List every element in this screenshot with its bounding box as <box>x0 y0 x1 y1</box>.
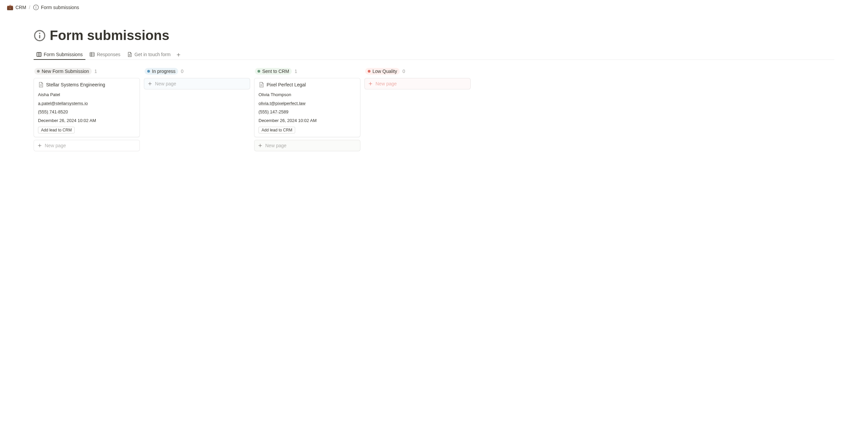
plus-icon <box>368 81 373 86</box>
tab-form-submissions[interactable]: Form Submissions <box>34 50 85 60</box>
breadcrumb-separator: / <box>29 5 30 10</box>
page-title: Form submissions <box>50 28 169 43</box>
page-icon <box>38 82 44 88</box>
card-title: Stellar Systems Engineering <box>46 82 105 87</box>
plus-icon <box>148 81 152 86</box>
column-count: 1 <box>94 69 97 74</box>
card-contact-name: Aisha Patel <box>38 90 135 99</box>
page-icon <box>127 52 132 57</box>
column-header: New Form Submission1 <box>34 67 140 78</box>
status-label: Sent to CRM <box>262 69 289 74</box>
breadcrumb-page[interactable]: Form submissions <box>33 4 79 10</box>
card-timestamp: December 26, 2024 10:02 AM <box>258 116 356 125</box>
new-page-label: New page <box>375 81 397 86</box>
svg-rect-2 <box>36 7 36 9</box>
status-dot-icon <box>257 70 260 73</box>
table-icon <box>89 52 95 57</box>
plus-icon <box>37 143 42 148</box>
new-page-button[interactable]: New page <box>34 140 140 151</box>
board-column: Sent to CRM1Pixel Perfect LegalOlivia Th… <box>254 67 361 151</box>
kanban-board: New Form Submission1Stellar Systems Engi… <box>34 64 834 151</box>
new-page-label: New page <box>45 143 66 148</box>
briefcase-icon: 💼 <box>7 4 13 10</box>
view-tabs: Form Submissions Responses Get in touch … <box>34 50 834 60</box>
card-contact-name: Olivia Thompson <box>258 90 356 99</box>
plus-icon <box>258 143 262 148</box>
tab-responses[interactable]: Responses <box>87 50 123 60</box>
card-title: Pixel Perfect Legal <box>267 82 306 87</box>
breadcrumb-root[interactable]: 💼 CRM <box>7 4 26 10</box>
board-column: Low Quality0New page <box>364 67 471 89</box>
board-column: New Form Submission1Stellar Systems Engi… <box>34 67 140 151</box>
new-page-button[interactable]: New page <box>254 140 361 151</box>
column-header: Sent to CRM1 <box>254 67 361 78</box>
info-icon <box>33 4 39 10</box>
column-count: 0 <box>402 69 405 74</box>
breadcrumb-root-label: CRM <box>16 5 26 10</box>
tab-label: Responses <box>97 52 120 57</box>
new-page-button[interactable]: New page <box>144 78 250 89</box>
card-email: olivia.t@pixelperfect.law <box>258 99 356 108</box>
status-label: New Form Submission <box>42 69 89 74</box>
card-phone: (555) 741-8520 <box>38 107 135 116</box>
new-page-label: New page <box>265 143 286 148</box>
svg-rect-5 <box>39 35 40 38</box>
tab-label: Form Submissions <box>44 52 83 57</box>
card-timestamp: December 26, 2024 10:02 AM <box>38 116 135 125</box>
board-column: In progress0New page <box>144 67 250 89</box>
column-header: Low Quality0 <box>364 67 471 78</box>
page-icon <box>258 82 265 88</box>
breadcrumb-page-label: Form submissions <box>41 5 79 10</box>
svg-point-4 <box>39 33 40 34</box>
page-header: Form submissions <box>34 28 834 43</box>
column-count: 1 <box>294 69 297 74</box>
svg-rect-6 <box>37 53 41 57</box>
status-pill[interactable]: Sent to CRM <box>255 68 292 74</box>
svg-point-1 <box>36 6 36 7</box>
status-dot-icon <box>147 70 150 73</box>
status-label: In progress <box>152 69 176 74</box>
info-icon <box>34 30 46 42</box>
board-icon <box>36 52 42 57</box>
svg-rect-9 <box>90 53 94 57</box>
card-phone: (555) 147-2589 <box>258 107 356 116</box>
column-count: 0 <box>181 69 184 74</box>
column-header: In progress0 <box>144 67 250 78</box>
status-label: Low Quality <box>372 69 397 74</box>
tab-label: Get in touch form <box>134 52 170 57</box>
status-dot-icon <box>368 70 370 73</box>
new-page-button[interactable]: New page <box>364 78 471 89</box>
add-lead-to-crm-button[interactable]: Add lead to CRM <box>38 127 74 133</box>
breadcrumb: 💼 CRM / Form submissions <box>0 0 868 14</box>
status-pill[interactable]: Low Quality <box>365 68 400 74</box>
add-view-button[interactable] <box>175 51 183 59</box>
board-card[interactable]: Pixel Perfect LegalOlivia Thompsonolivia… <box>254 78 361 137</box>
status-pill[interactable]: In progress <box>145 68 178 74</box>
tab-get-in-touch-form[interactable]: Get in touch form <box>124 50 173 60</box>
status-pill[interactable]: New Form Submission <box>34 68 92 74</box>
add-lead-to-crm-button[interactable]: Add lead to CRM <box>258 127 295 133</box>
board-card[interactable]: Stellar Systems EngineeringAisha Patela.… <box>34 78 140 137</box>
new-page-label: New page <box>155 81 176 86</box>
card-email: a.patel@stellarsystems.io <box>38 99 135 108</box>
status-dot-icon <box>37 70 40 73</box>
